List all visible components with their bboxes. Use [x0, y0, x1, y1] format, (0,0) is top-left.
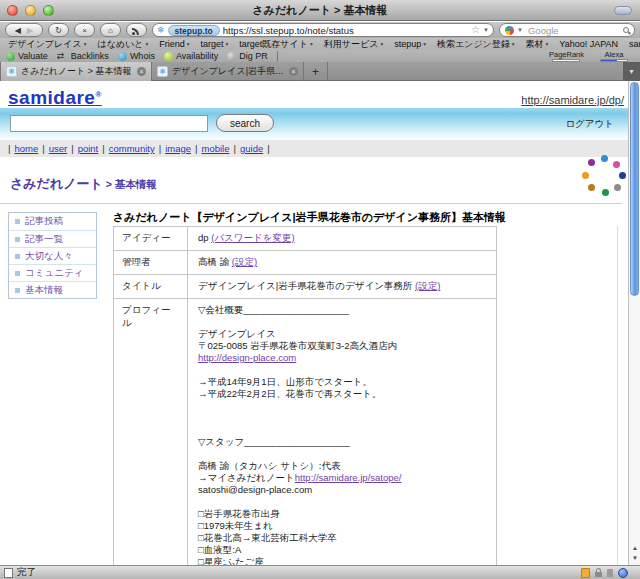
status-bar: 完了 [0, 565, 640, 579]
site-url-link[interactable]: http://samidare.jp/dp/ [521, 94, 624, 106]
nav-link-user[interactable]: user [49, 143, 67, 154]
scrollbar-thumb[interactable] [630, 82, 639, 296]
bookmark-folder[interactable]: デザインプレイス▾ [8, 38, 86, 50]
chevron-down-icon: ▾ [146, 41, 149, 47]
table-row: タイトル デザインプレイス|岩手県花巻市のデザイン事務所 (設定) [114, 275, 496, 299]
table-row: 管理者 高橋 諭 (設定) [114, 251, 496, 275]
seo-meters: PageRank Alexa [549, 50, 628, 62]
page-content: samidare® http://samidare.jp/dp/ search … [0, 81, 640, 565]
tab-list-dropdown-button[interactable]: ▼ [623, 62, 640, 81]
my-samidare-note-link[interactable]: http://samidare.jp/satope/ [295, 472, 402, 483]
bookmark-folder[interactable]: target既存サイト▾ [239, 38, 312, 50]
logout-link[interactable]: ログアウト [565, 118, 614, 131]
seo-availability-button[interactable]: Availability [164, 51, 218, 61]
bookmark-folder[interactable]: 素材▾ [526, 38, 549, 50]
seo-valuate-button[interactable]: Valuate [6, 51, 48, 61]
layout-border-line [617, 226, 618, 565]
google-search-bar[interactable]: ▼ [499, 23, 635, 37]
titlebar: さみだれノート > 基本情報 [0, 0, 640, 21]
title-settings-link[interactable]: (設定) [415, 280, 440, 291]
vertical-scrollbar[interactable]: ▲ ▼ [628, 81, 640, 565]
registered-mark: ® [95, 90, 101, 99]
profile-text: ▽会社概要____________________ デザインプレイス 〒025-… [188, 299, 496, 565]
back-icon[interactable]: ◀ [15, 26, 21, 35]
scroll-up-arrow[interactable]: ▲ [629, 543, 640, 553]
search-engine-dropdown-icon[interactable]: ▼ [517, 27, 523, 33]
bookmark-folder[interactable]: target▾ [201, 39, 229, 49]
nav-link-mobile[interactable]: mobile [201, 143, 229, 154]
site-title: デザインプレイス|岩手県花巻市のデザイン事務所 [198, 280, 415, 291]
reload-button[interactable]: ↻ [48, 23, 69, 37]
seo-backlinks-button[interactable]: ⇄Backlinks [57, 51, 109, 61]
nav-link-point[interactable]: point [78, 143, 99, 154]
scroll-down-arrow[interactable]: ▼ [629, 553, 640, 563]
bookmark-folder[interactable]: Friend▾ [159, 39, 189, 49]
chevron-down-icon: ▾ [546, 41, 549, 47]
google-logo-icon [505, 26, 514, 35]
breadcrumb-root[interactable]: さみだれノート [10, 176, 103, 191]
bullet-icon [15, 237, 20, 242]
url-bar[interactable]: ❄ stepup.to https://ssl.stepup.to/note/s… [152, 23, 494, 37]
bookmark-folder[interactable]: 利用サービス▾ [324, 38, 383, 50]
home-button[interactable]: ⌂ [100, 23, 121, 37]
bookmark-star-icon[interactable]: ☆ [471, 25, 480, 35]
seo-digpr-button[interactable]: Dig PR [227, 51, 268, 61]
bullet-icon [15, 288, 20, 293]
sidebar-item-article-list[interactable]: 記事一覧 [9, 230, 96, 247]
company-url-link[interactable]: http://design-place.com [198, 352, 296, 363]
change-password-link[interactable]: (パスワードを変更) [211, 232, 294, 243]
new-tab-button[interactable]: + [304, 62, 328, 81]
bookmark-item[interactable]: Yahoo! JAPAN [559, 39, 618, 49]
gear-icon[interactable] [618, 568, 628, 578]
site-search-input[interactable] [10, 115, 208, 132]
stop-button[interactable]: × [74, 23, 95, 37]
bookmark-folder[interactable]: はなめいと▾ [97, 38, 148, 50]
toolbar-toggle-button[interactable] [614, 6, 632, 15]
admin-settings-link[interactable]: (設定) [232, 256, 257, 267]
nav-link-image[interactable]: image [165, 143, 191, 154]
url-text[interactable]: https://ssl.stepup.to/note/status [223, 25, 468, 36]
sidebar-item-post-article[interactable]: 記事投稿 [9, 213, 96, 230]
bookmark-folder[interactable]: stepup▾ [394, 39, 426, 49]
sidebar-item-important-people[interactable]: 大切な人々 [9, 247, 96, 264]
search-button[interactable]: search [216, 114, 274, 132]
site-identity-chip[interactable]: stepup.to [168, 25, 220, 36]
close-tab-icon[interactable]: × [137, 67, 146, 76]
bookmark-item[interactable]: samidare [629, 39, 640, 49]
navigation-toolbar: ◀ ▶ ↻ × ⌂ ❄ stepup.to https://ssl.stepup… [0, 22, 640, 38]
addon-icons [581, 568, 628, 578]
sidebar-menu: 記事投稿 記事一覧 大切な人々 コミュニティ 基本情報 [8, 212, 97, 299]
samidare-logo[interactable]: samidare® [8, 87, 102, 109]
tab-design-place[interactable]: ❄ デザインプレイス|岩手県花巻市の... × [152, 62, 304, 81]
table-row: プロフィール ▽会社概要____________________ デザインプレイ… [114, 299, 496, 565]
rss-button[interactable] [126, 23, 147, 37]
bookmark-dropdown-icon[interactable]: ▼ [483, 27, 489, 33]
bullet-icon [15, 219, 20, 224]
nav-link-guide[interactable]: guide [240, 143, 263, 154]
close-tab-icon[interactable]: × [289, 67, 298, 76]
back-forward-buttons[interactable]: ◀ ▶ [5, 23, 43, 37]
nav-link-community[interactable]: community [109, 143, 155, 154]
chevron-down-icon: ▾ [226, 41, 229, 47]
window-title: さみだれノート > 基本情報 [0, 0, 640, 21]
magnifier-icon[interactable] [623, 27, 629, 33]
note-addon-icon[interactable] [581, 568, 590, 578]
lock-icon[interactable] [595, 572, 602, 577]
table-row: アイディー dp (パスワードを変更) [114, 227, 496, 251]
seo-whois-button[interactable]: Whois [118, 51, 155, 61]
alexa-meter[interactable]: Alexa [600, 51, 628, 62]
tab-samidare-note[interactable]: ❄ さみだれノート > 基本情報 × [0, 62, 152, 81]
availability-icon [164, 52, 173, 61]
bookmark-folder[interactable]: 検索エンジン登録▾ [437, 38, 515, 50]
pagerank-meter[interactable]: PageRank [549, 51, 584, 62]
home-icon: ⌂ [108, 26, 113, 35]
search-band: search ログアウト [0, 108, 628, 140]
plugin-icon[interactable] [607, 569, 613, 577]
divider-line [0, 203, 622, 204]
google-search-input[interactable] [526, 24, 620, 37]
sidebar-item-basic-info[interactable]: 基本情報 [9, 281, 96, 298]
nav-link-home[interactable]: home [14, 143, 38, 154]
global-nav: | home | user | point | community | imag… [0, 140, 628, 157]
forward-icon[interactable]: ▶ [27, 26, 33, 35]
sidebar-item-community[interactable]: コミュニティ [9, 264, 96, 281]
